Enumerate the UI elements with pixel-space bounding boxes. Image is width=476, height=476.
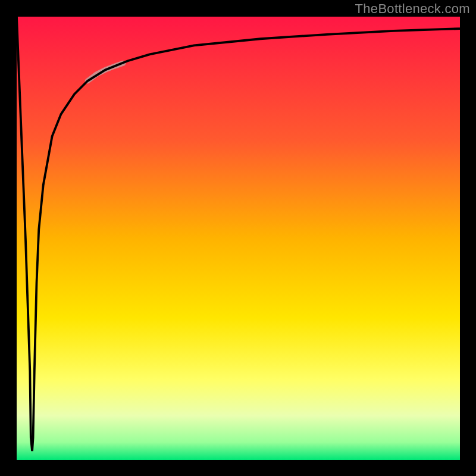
chart-background-gradient: [17, 17, 460, 460]
attribution-text: TheBottleneck.com: [355, 1, 470, 17]
bottleneck-chart: [0, 0, 476, 476]
